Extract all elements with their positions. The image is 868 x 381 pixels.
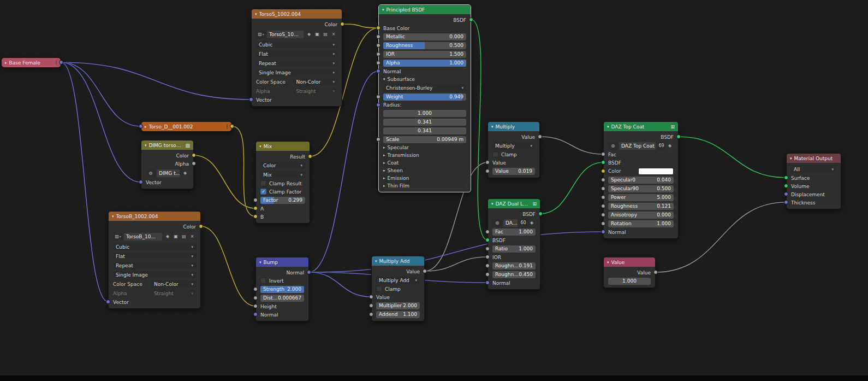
socket-value_in[interactable]: [485, 160, 490, 165]
socket-value_in[interactable]: [369, 295, 373, 299]
node-multiply_add[interactable]: ▾Multiply AddValueMultiply Add▾ClampValu…: [371, 256, 425, 321]
socket-normal[interactable]: [376, 69, 381, 73]
node-header[interactable]: ▾Multiply: [488, 122, 539, 131]
dropdown-field[interactable]: Repeat▾: [256, 60, 337, 67]
checkbox[interactable]: [376, 286, 382, 292]
checkbox[interactable]: [260, 278, 266, 284]
node-multiply[interactable]: ▾MultiplyValueMultiply▾ClampValueValue0.…: [487, 121, 540, 178]
group-name-field[interactable]: DAZ Top Coat: [619, 142, 656, 150]
socket-value2[interactable]: [485, 169, 490, 173]
browse-image-icon[interactable]: ▨▾: [113, 233, 123, 241]
node-header[interactable]: ▾Principled BSDF: [379, 5, 471, 14]
socket-color[interactable]: [340, 22, 344, 26]
dropdown-field[interactable]: Cubic▾: [256, 41, 337, 48]
socket-ior[interactable]: [485, 255, 490, 259]
socket-metallic[interactable]: [376, 34, 381, 39]
number-field[interactable]: Fac1.000: [492, 228, 536, 236]
socket-b[interactable]: [253, 214, 258, 219]
socket-radius[interactable]: [376, 103, 381, 107]
number-field[interactable]: Scale0.00949 m: [383, 136, 466, 143]
expand-arrow-icon[interactable]: ▾: [491, 202, 494, 206]
number-field[interactable]: Rotation1.000: [608, 220, 674, 227]
number-field[interactable]: Alpha1.000: [383, 60, 466, 67]
socket-spec90[interactable]: [601, 186, 605, 191]
socket-vector[interactable]: [139, 180, 143, 184]
node-header[interactable]: ▾Material Output: [787, 154, 841, 163]
expand-arrow-icon[interactable]: ▾: [259, 260, 261, 265]
node-editor-canvas[interactable]: ▸Base Female‖▾TorsoS_1002.004Color▨▾Tors…: [0, 0, 868, 381]
node-header[interactable]: ▾TorsoS_1002.004: [252, 9, 342, 19]
node-header[interactable]: ▾DAZ Top Coat⊞: [604, 122, 678, 131]
expand-arrow-icon[interactable]: ▾: [255, 12, 257, 16]
node-header[interactable]: ▸Base Female‖: [2, 58, 61, 67]
panel-header[interactable]: ▸Emission: [379, 174, 471, 182]
socket-height[interactable]: [253, 304, 258, 308]
socket-bsdf[interactable]: [469, 17, 473, 22]
image-name-field[interactable]: TorsoB_10...: [124, 233, 162, 241]
socket-alpha[interactable]: [192, 161, 196, 166]
socket-color[interactable]: [601, 169, 605, 173]
socket-normal_out[interactable]: [307, 270, 311, 274]
expand-arrow-icon[interactable]: ▾: [607, 260, 609, 265]
vector-value-field[interactable]: 1.000: [383, 110, 466, 117]
socket-power[interactable]: [601, 195, 605, 200]
socket-rough1[interactable]: [485, 263, 490, 268]
socket-color[interactable]: [192, 153, 196, 157]
image-name-field[interactable]: DIMG t...: [157, 169, 180, 177]
number-field[interactable]: IOR1.500: [383, 51, 466, 58]
dropdown-field[interactable]: Straight▾: [294, 87, 337, 95]
user-count-badge[interactable]: 60: [519, 219, 527, 227]
number-field[interactable]: Dist...0.000667: [260, 295, 304, 302]
socket-bsdf_out[interactable]: [538, 212, 543, 216]
dropdown-field[interactable]: Flat▾: [113, 253, 196, 260]
fake-user-button[interactable]: ◈: [305, 31, 313, 38]
socket-factor[interactable]: [253, 198, 258, 202]
expand-arrow-icon[interactable]: ▾: [607, 125, 609, 129]
socket-vector[interactable]: [106, 300, 110, 304]
socket-surface[interactable]: [784, 175, 788, 180]
dropdown-field[interactable]: Flat▾: [256, 50, 337, 57]
socket-normal[interactable]: [601, 230, 605, 234]
browse-image-icon[interactable]: ▨▾: [256, 31, 266, 38]
socket-in[interactable]: [139, 124, 143, 128]
panel-header[interactable]: ▾Subsurface: [379, 75, 471, 83]
socket-multiplier[interactable]: [369, 303, 373, 308]
socket-addend[interactable]: [369, 312, 373, 316]
node-header[interactable]: ▾Value: [604, 257, 655, 267]
open-file-button[interactable]: ▤: [322, 31, 329, 38]
dropdown-field[interactable]: Mix▾: [260, 171, 305, 178]
browse-group-icon[interactable]: ◍: [608, 142, 618, 150]
socket-value_out[interactable]: [653, 270, 658, 274]
expand-arrow-icon[interactable]: ▾: [790, 156, 792, 161]
browse-group-icon[interactable]: ◍: [492, 219, 502, 227]
vector-value-field[interactable]: 0.341: [383, 119, 466, 126]
fake-user-button[interactable]: ◈: [164, 233, 171, 241]
browse-image-icon[interactable]: ◍: [146, 169, 156, 177]
dropdown-field[interactable]: Christensen-Burley▾: [383, 84, 466, 91]
node-dual_lobe[interactable]: ▾DAZ Dual Lobe⊞BSDF◍DA...60◈Fac1.000BSDF…: [487, 198, 540, 290]
number-field[interactable]: Roughness0.500: [383, 42, 466, 49]
dropdown-field[interactable]: Non-Color▾: [294, 78, 337, 85]
node-header[interactable]: ▾TorsoB_1002.004: [109, 212, 200, 221]
color-swatch[interactable]: [638, 168, 674, 175]
expand-arrow-icon[interactable]: ▾: [382, 8, 384, 12]
socket-distance[interactable]: [253, 296, 258, 300]
number-field[interactable]: Specular00.040: [608, 177, 674, 184]
socket-bsdf_in[interactable]: [601, 160, 605, 165]
socket-scale[interactable]: [376, 137, 381, 142]
node-header[interactable]: ▸Torso_D__001.002‖: [141, 122, 231, 131]
expand-arrow-icon[interactable]: ▾: [145, 143, 147, 148]
socket-ior[interactable]: [376, 52, 381, 56]
number-field[interactable]: Roughness0.121: [608, 203, 674, 210]
socket-color[interactable]: [199, 224, 203, 228]
socket-roughness[interactable]: [601, 204, 605, 208]
socket-a[interactable]: [253, 206, 258, 210]
node-principled[interactable]: ▾Principled BSDFBSDFBase ColorMetallic0.…: [378, 4, 471, 192]
unlink-button[interactable]: ×: [330, 31, 337, 38]
panel-header[interactable]: ▸Sheen: [379, 167, 471, 174]
socket-strength[interactable]: [253, 287, 258, 291]
socket-spec0[interactable]: [601, 178, 605, 182]
fake-user-button[interactable]: ◈: [528, 219, 536, 227]
checkbox[interactable]: ✓: [260, 189, 266, 195]
socket-bsdf_in[interactable]: [485, 238, 490, 242]
